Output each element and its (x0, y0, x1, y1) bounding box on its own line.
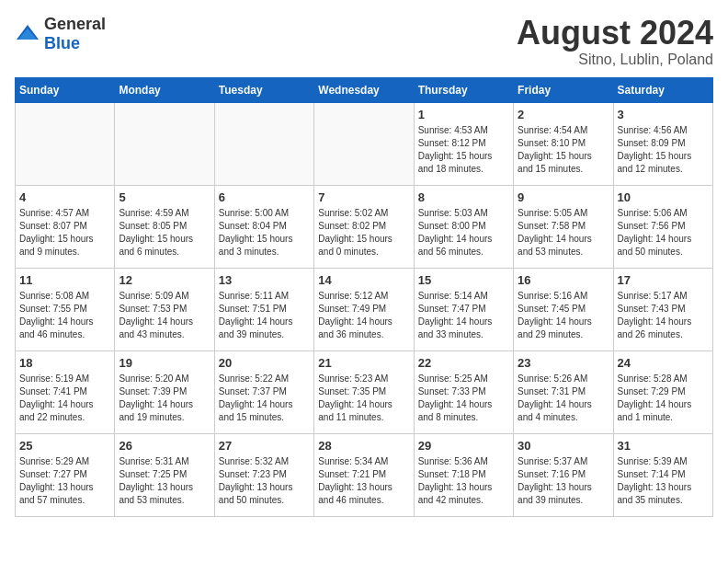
day-number: 24 (618, 355, 709, 373)
day-number: 19 (119, 355, 210, 373)
day-number: 28 (318, 438, 409, 455)
day-info: Sunrise: 5:31 AM Sunset: 7:25 PM Dayligh… (119, 455, 210, 507)
day-info: Sunrise: 5:17 AM Sunset: 7:43 PM Dayligh… (618, 290, 709, 341)
day-number: 11 (19, 272, 110, 290)
calendar-cell: 13Sunrise: 5:11 AM Sunset: 7:51 PM Dayli… (214, 268, 313, 350)
day-info: Sunrise: 5:11 AM Sunset: 7:51 PM Dayligh… (219, 290, 310, 341)
day-info: Sunrise: 4:59 AM Sunset: 8:05 PM Dayligh… (119, 207, 210, 259)
day-info: Sunrise: 5:00 AM Sunset: 8:04 PM Dayligh… (219, 207, 310, 259)
calendar-week-2: 4Sunrise: 4:57 AM Sunset: 8:07 PM Daylig… (16, 185, 713, 268)
calendar-cell: 6Sunrise: 5:00 AM Sunset: 8:04 PM Daylig… (214, 185, 313, 268)
day-number: 3 (618, 107, 709, 124)
day-number: 15 (418, 272, 509, 290)
calendar-cell: 5Sunrise: 4:59 AM Sunset: 8:05 PM Daylig… (115, 185, 214, 268)
calendar-cell: 24Sunrise: 5:28 AM Sunset: 7:29 PM Dayli… (613, 350, 712, 433)
calendar-cell: 8Sunrise: 5:03 AM Sunset: 8:00 PM Daylig… (414, 185, 513, 268)
day-info: Sunrise: 5:02 AM Sunset: 8:02 PM Dayligh… (318, 207, 409, 259)
page-header: General Blue August 2024 Sitno, Lublin, … (15, 15, 713, 68)
calendar-cell: 2Sunrise: 4:54 AM Sunset: 8:10 PM Daylig… (514, 102, 613, 185)
calendar-cell: 27Sunrise: 5:32 AM Sunset: 7:23 PM Dayli… (214, 433, 313, 516)
calendar-cell: 3Sunrise: 4:56 AM Sunset: 8:09 PM Daylig… (613, 102, 712, 185)
calendar-cell (314, 102, 414, 185)
day-number: 20 (219, 355, 310, 373)
day-info: Sunrise: 5:19 AM Sunset: 7:41 PM Dayligh… (19, 373, 110, 424)
day-number: 13 (219, 272, 310, 290)
weekday-header-friday: Friday (514, 77, 613, 102)
calendar-cell: 12Sunrise: 5:09 AM Sunset: 7:53 PM Dayli… (115, 268, 214, 350)
logo: General Blue (15, 15, 106, 53)
day-number: 18 (19, 355, 110, 373)
day-number: 26 (119, 438, 210, 455)
calendar-cell: 7Sunrise: 5:02 AM Sunset: 8:02 PM Daylig… (314, 185, 414, 268)
day-number: 29 (418, 438, 509, 455)
calendar-cell: 11Sunrise: 5:08 AM Sunset: 7:55 PM Dayli… (16, 268, 115, 350)
day-info: Sunrise: 5:26 AM Sunset: 7:31 PM Dayligh… (518, 373, 609, 424)
calendar-cell: 9Sunrise: 5:05 AM Sunset: 7:58 PM Daylig… (514, 185, 613, 268)
day-info: Sunrise: 5:08 AM Sunset: 7:55 PM Dayligh… (19, 290, 110, 341)
calendar-cell: 4Sunrise: 4:57 AM Sunset: 8:07 PM Daylig… (16, 185, 115, 268)
calendar-cell: 25Sunrise: 5:29 AM Sunset: 7:27 PM Dayli… (16, 433, 115, 516)
day-info: Sunrise: 4:54 AM Sunset: 8:10 PM Dayligh… (518, 124, 609, 176)
day-info: Sunrise: 5:22 AM Sunset: 7:37 PM Dayligh… (219, 373, 310, 424)
day-number: 5 (119, 190, 210, 207)
day-number: 31 (618, 438, 709, 455)
weekday-header-thursday: Thursday (414, 77, 513, 102)
day-info: Sunrise: 5:14 AM Sunset: 7:47 PM Dayligh… (418, 290, 509, 341)
location-title: Sitno, Lublin, Poland (517, 52, 713, 68)
day-number: 14 (318, 272, 409, 290)
title-block: August 2024 Sitno, Lublin, Poland (517, 15, 713, 68)
day-number: 10 (618, 190, 709, 207)
day-info: Sunrise: 5:12 AM Sunset: 7:49 PM Dayligh… (318, 290, 409, 341)
logo-icon (15, 23, 40, 45)
calendar-table: SundayMondayTuesdayWednesdayThursdayFrid… (15, 77, 713, 517)
day-info: Sunrise: 5:16 AM Sunset: 7:45 PM Dayligh… (518, 290, 609, 341)
day-info: Sunrise: 5:39 AM Sunset: 7:14 PM Dayligh… (618, 455, 709, 507)
day-info: Sunrise: 5:23 AM Sunset: 7:35 PM Dayligh… (318, 373, 409, 424)
day-info: Sunrise: 5:28 AM Sunset: 7:29 PM Dayligh… (618, 373, 709, 424)
calendar-cell: 10Sunrise: 5:06 AM Sunset: 7:56 PM Dayli… (613, 185, 712, 268)
calendar-cell: 31Sunrise: 5:39 AM Sunset: 7:14 PM Dayli… (613, 433, 712, 516)
day-info: Sunrise: 5:20 AM Sunset: 7:39 PM Dayligh… (119, 373, 210, 424)
calendar-cell: 19Sunrise: 5:20 AM Sunset: 7:39 PM Dayli… (115, 350, 214, 433)
weekday-header-wednesday: Wednesday (314, 77, 414, 102)
calendar-cell: 16Sunrise: 5:16 AM Sunset: 7:45 PM Dayli… (514, 268, 613, 350)
day-number: 4 (19, 190, 110, 207)
calendar-cell: 26Sunrise: 5:31 AM Sunset: 7:25 PM Dayli… (115, 433, 214, 516)
day-number: 23 (518, 355, 609, 373)
day-number: 9 (518, 190, 609, 207)
calendar-cell: 15Sunrise: 5:14 AM Sunset: 7:47 PM Dayli… (414, 268, 513, 350)
day-number: 25 (19, 438, 110, 455)
day-info: Sunrise: 4:57 AM Sunset: 8:07 PM Dayligh… (19, 207, 110, 259)
logo-general: General (44, 15, 106, 33)
calendar-week-5: 25Sunrise: 5:29 AM Sunset: 7:27 PM Dayli… (16, 433, 713, 516)
day-info: Sunrise: 5:09 AM Sunset: 7:53 PM Dayligh… (119, 290, 210, 341)
day-info: Sunrise: 5:25 AM Sunset: 7:33 PM Dayligh… (418, 373, 509, 424)
calendar-week-4: 18Sunrise: 5:19 AM Sunset: 7:41 PM Dayli… (16, 350, 713, 433)
calendar-cell: 18Sunrise: 5:19 AM Sunset: 7:41 PM Dayli… (16, 350, 115, 433)
day-info: Sunrise: 5:34 AM Sunset: 7:21 PM Dayligh… (318, 455, 409, 507)
calendar-cell: 29Sunrise: 5:36 AM Sunset: 7:18 PM Dayli… (414, 433, 513, 516)
day-info: Sunrise: 4:56 AM Sunset: 8:09 PM Dayligh… (618, 124, 709, 176)
calendar-cell (16, 102, 115, 185)
day-number: 12 (119, 272, 210, 290)
day-number: 8 (418, 190, 509, 207)
day-number: 2 (518, 107, 609, 124)
day-info: Sunrise: 5:05 AM Sunset: 7:58 PM Dayligh… (518, 207, 609, 259)
calendar-header-row: SundayMondayTuesdayWednesdayThursdayFrid… (16, 77, 713, 102)
logo-blue: Blue (44, 34, 80, 52)
calendar-cell: 30Sunrise: 5:37 AM Sunset: 7:16 PM Dayli… (514, 433, 613, 516)
day-number: 1 (418, 107, 509, 124)
calendar-week-3: 11Sunrise: 5:08 AM Sunset: 7:55 PM Dayli… (16, 268, 713, 350)
calendar-week-1: 1Sunrise: 4:53 AM Sunset: 8:12 PM Daylig… (16, 102, 713, 185)
day-number: 27 (219, 438, 310, 455)
day-info: Sunrise: 5:03 AM Sunset: 8:00 PM Dayligh… (418, 207, 509, 259)
day-number: 21 (318, 355, 409, 373)
day-number: 17 (618, 272, 709, 290)
day-info: Sunrise: 4:53 AM Sunset: 8:12 PM Dayligh… (418, 124, 509, 176)
day-info: Sunrise: 5:36 AM Sunset: 7:18 PM Dayligh… (418, 455, 509, 507)
calendar-cell: 17Sunrise: 5:17 AM Sunset: 7:43 PM Dayli… (613, 268, 712, 350)
calendar-cell (214, 102, 313, 185)
calendar-cell: 14Sunrise: 5:12 AM Sunset: 7:49 PM Dayli… (314, 268, 414, 350)
calendar-cell: 23Sunrise: 5:26 AM Sunset: 7:31 PM Dayli… (514, 350, 613, 433)
day-number: 16 (518, 272, 609, 290)
